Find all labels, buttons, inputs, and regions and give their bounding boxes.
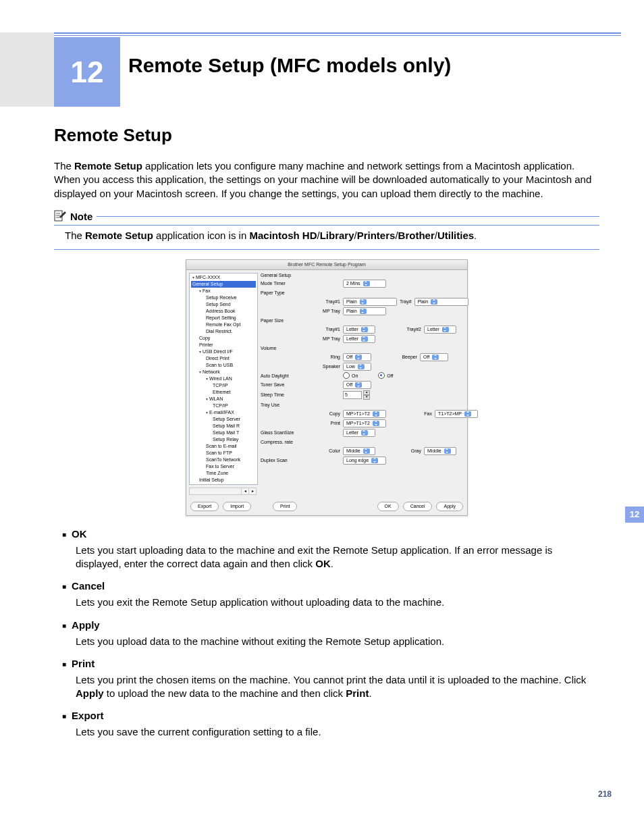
paper-size-label: Paper Size bbox=[261, 318, 306, 323]
tree-scroll-right-icon[interactable]: ▸ bbox=[248, 488, 256, 494]
paper-type-label: Paper Type bbox=[261, 290, 306, 295]
glass-scansize-select[interactable]: Letter bbox=[343, 429, 375, 437]
tree-item[interactable]: Address Book bbox=[190, 308, 257, 315]
compress-gray-select[interactable]: Middle bbox=[424, 447, 456, 455]
tree-item[interactable]: Printer bbox=[190, 342, 257, 348]
mode-timer-label: Mode Timer bbox=[261, 281, 306, 286]
tree-item[interactable]: General Setup bbox=[191, 281, 256, 288]
tree-item[interactable]: Remote Fax Opt bbox=[190, 321, 257, 328]
volume-ring-select[interactable]: Off bbox=[343, 353, 371, 361]
tree-item[interactable]: WLAN bbox=[190, 396, 257, 402]
tree-item[interactable]: Report Setting bbox=[190, 315, 257, 321]
form-title: General Setup bbox=[261, 273, 478, 278]
toner-save-label: Toner Save bbox=[261, 382, 306, 387]
chapter-number-badge: 12 bbox=[54, 37, 120, 107]
page-number: 218 bbox=[598, 789, 612, 799]
auto-daylight-off-radio[interactable] bbox=[378, 372, 385, 379]
auto-daylight-label: Auto Daylight bbox=[261, 373, 306, 378]
definition-desc: Lets you print the chosen items on the m… bbox=[76, 673, 599, 701]
definition-term: Cancel bbox=[62, 580, 599, 592]
tree-item[interactable]: E-mail/IFAX bbox=[190, 409, 257, 416]
note-pencil-icon bbox=[54, 210, 68, 224]
paper-size-mptray-select[interactable]: Letter bbox=[343, 335, 375, 343]
note-box: Note The Remote Setup application icon i… bbox=[54, 210, 599, 250]
sleep-time-stepper[interactable]: ▴▾ bbox=[343, 390, 370, 400]
settings-form: General Setup Mode Timer 2 Mins Paper Ty… bbox=[259, 270, 481, 498]
definition-desc: Lets you save the current configuration … bbox=[76, 725, 599, 739]
tree-item[interactable]: Fax bbox=[190, 288, 257, 294]
definition-term: OK bbox=[62, 528, 599, 540]
volume-label: Volume bbox=[261, 346, 306, 350]
definition-desc: Lets you start uploading data to the mac… bbox=[76, 544, 599, 571]
paper-type-traypound-select[interactable]: Plain bbox=[414, 298, 468, 306]
definition-term: Apply bbox=[62, 619, 599, 631]
tree-item[interactable]: Scan to FTP bbox=[190, 450, 257, 457]
paper-type-tray1-select[interactable]: Plain bbox=[343, 298, 397, 306]
duplex-scan-select[interactable]: Long edge bbox=[343, 457, 386, 465]
tree-item[interactable]: Dial Restrict. bbox=[190, 328, 257, 335]
note-body: The Remote Setup application icon is in … bbox=[54, 226, 599, 250]
volume-speaker-select[interactable]: Low bbox=[343, 363, 371, 371]
tree-item[interactable]: Ethernet bbox=[190, 389, 257, 396]
print-button[interactable]: Print bbox=[273, 502, 297, 511]
export-button[interactable]: Export bbox=[190, 502, 219, 511]
duplex-scan-label: Duplex Scan bbox=[261, 458, 306, 463]
tray-use-copy-select[interactable]: MP>T1>T2 bbox=[343, 410, 386, 418]
tree-item[interactable]: Initial Setup bbox=[190, 477, 257, 484]
definition-desc: Lets you upload data to the machine with… bbox=[76, 635, 599, 648]
import-button[interactable]: Import bbox=[223, 502, 251, 511]
sleep-time-label: Sleep Time bbox=[261, 392, 306, 397]
tree-item[interactable]: USB Direct I/F bbox=[190, 348, 257, 355]
tree-item[interactable]: Network bbox=[190, 369, 257, 375]
tree-item[interactable]: Setup Receive bbox=[190, 294, 257, 301]
paper-size-tray1-select[interactable]: Letter bbox=[343, 325, 375, 334]
tray-use-label: Tray Use bbox=[261, 402, 306, 407]
tree-item[interactable]: Time Zone bbox=[190, 470, 257, 477]
auto-daylight-on-radio[interactable] bbox=[343, 372, 350, 379]
tray-use-print-select[interactable]: MP>T1>T2 bbox=[343, 419, 386, 427]
toner-save-select[interactable]: Off bbox=[343, 381, 371, 389]
apply-button[interactable]: Apply bbox=[436, 502, 463, 511]
section-heading: Remote Setup bbox=[54, 125, 599, 146]
tree-item[interactable]: Scan to E-mail bbox=[190, 443, 257, 450]
paper-size-tray2-select[interactable]: Letter bbox=[424, 325, 456, 334]
tree-item[interactable]: ScanTo Network bbox=[190, 457, 257, 463]
definitions-list: OKLets you start uploading data to the m… bbox=[54, 528, 599, 739]
paper-type-mptray-select[interactable]: Plain bbox=[343, 307, 386, 315]
intro-paragraph: The Remote Setup application lets you co… bbox=[54, 159, 599, 201]
tree-item[interactable]: Setup Send bbox=[190, 301, 257, 308]
settings-tree[interactable]: MFC-XXXXGeneral SetupFaxSetup ReceiveSet… bbox=[189, 273, 258, 485]
app-window: Brother MFC Remote Setup Program MFC-XXX… bbox=[186, 259, 468, 516]
tree-item[interactable]: Setup Server bbox=[190, 416, 257, 423]
chapter-title: Remote Setup (MFC models only) bbox=[128, 54, 451, 77]
note-label: Note bbox=[70, 211, 92, 222]
tray-use-fax-select[interactable]: T1>T2>MP bbox=[435, 410, 478, 418]
definition-desc: Lets you exit the Remote Setup applicati… bbox=[76, 596, 599, 609]
tree-item[interactable]: Setup Relay bbox=[190, 436, 257, 443]
volume-beeper-select[interactable]: Off bbox=[420, 353, 448, 361]
cancel-button[interactable]: Cancel bbox=[403, 502, 433, 511]
compress-color-select[interactable]: Middle bbox=[343, 447, 375, 455]
side-chapter-tab: 12 bbox=[625, 506, 644, 523]
tree-item[interactable]: Setup Mail R bbox=[190, 423, 257, 429]
definition-term: Export bbox=[62, 710, 599, 721]
tree-item[interactable]: TCP/IP bbox=[190, 402, 257, 409]
tree-scroll-left-icon[interactable]: ◂ bbox=[241, 488, 248, 494]
tree-item[interactable]: TCP/IP bbox=[190, 382, 257, 389]
glass-scansize-label: Glass ScanSize bbox=[261, 430, 306, 435]
tree-item[interactable]: Copy bbox=[190, 335, 257, 342]
tree-item[interactable]: Scan to USB bbox=[190, 362, 257, 369]
definition-term: Print bbox=[62, 658, 599, 669]
app-titlebar: Brother MFC Remote Setup Program bbox=[186, 260, 467, 270]
tree-item[interactable]: Wired LAN bbox=[190, 375, 257, 382]
tree-item[interactable]: Fax to Server bbox=[190, 463, 257, 470]
mode-timer-select[interactable]: 2 Mins bbox=[343, 280, 386, 288]
compress-rate-label: Compress. rate bbox=[261, 440, 306, 444]
tree-item[interactable]: Direct Print bbox=[190, 355, 257, 362]
tree-item[interactable]: Setup Mail T bbox=[190, 429, 257, 436]
ok-button[interactable]: OK bbox=[377, 502, 399, 511]
tree-root[interactable]: MFC-XXXX bbox=[190, 274, 257, 281]
